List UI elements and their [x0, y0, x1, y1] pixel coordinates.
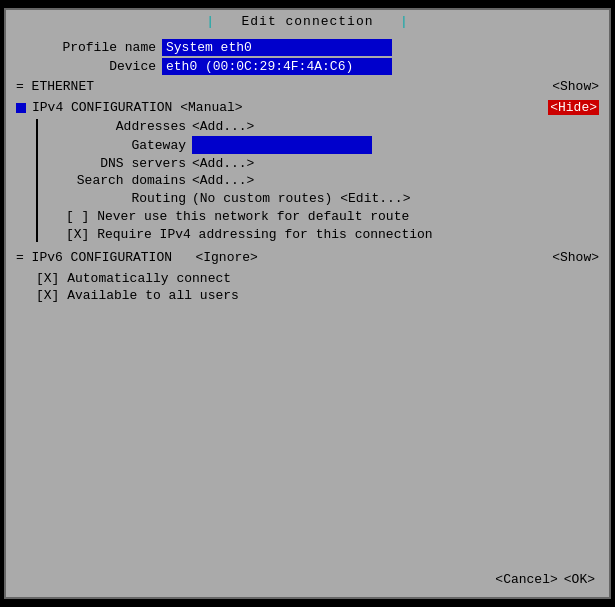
ethernet-show-button[interactable]: <Show> [552, 79, 599, 94]
auto-connect-checkbox[interactable]: [X] Automatically connect [36, 271, 599, 286]
ipv4-hide-button[interactable]: <Hide> [548, 100, 599, 115]
routing-row: Routing (No custom routes) <Edit...> [46, 191, 599, 206]
gateway-row: Gateway [46, 136, 599, 154]
dns-servers-row: DNS servers <Add...> [46, 156, 599, 171]
addresses-label: Addresses [46, 119, 186, 134]
title-bar: | Edit connection | [6, 10, 609, 35]
ipv6-label-container: = IPv6 CONFIGURATION <Ignore> [16, 250, 258, 265]
device-value[interactable]: eth0 (00:0C:29:4F:4A:C6) [162, 58, 392, 75]
ipv6-section-header: = IPv6 CONFIGURATION <Ignore> <Show> [16, 250, 599, 265]
search-label: Search domains [46, 173, 186, 188]
cancel-button[interactable]: <Cancel> [495, 572, 557, 587]
addresses-row: Addresses <Add...> [46, 119, 599, 134]
profile-name-row: Profile name System eth0 [16, 39, 599, 56]
title-pipe-left: | [206, 14, 215, 29]
content-area: Profile name System eth0 Device eth0 (00… [6, 35, 609, 315]
search-value[interactable]: <Add...> [192, 173, 254, 188]
profile-name-value[interactable]: System eth0 [162, 39, 392, 56]
bottom-checkboxes: [X] Automatically connect [X] Available … [36, 271, 599, 303]
ipv4-section: IPv4 CONFIGURATION <Manual> <Hide> Addre… [16, 100, 599, 242]
ipv4-config-label: IPv4 CONFIGURATION [32, 100, 172, 115]
gateway-label: Gateway [46, 138, 186, 153]
device-row: Device eth0 (00:0C:29:4F:4A:C6) [16, 58, 599, 75]
ipv6-mode[interactable]: <Ignore> [195, 250, 257, 265]
ipv6-show-button[interactable]: <Show> [552, 250, 599, 265]
title-pipe-right: | [400, 14, 409, 29]
gateway-value[interactable] [192, 136, 372, 154]
dns-label: DNS servers [46, 156, 186, 171]
edit-connection-window: | Edit connection | Profile name System … [4, 8, 611, 599]
window-title: Edit connection [241, 14, 373, 29]
never-route-row[interactable]: [ ] Never use this network for default r… [66, 209, 599, 224]
ipv4-label-container: IPv4 CONFIGURATION <Manual> [16, 100, 243, 115]
device-label: Device [16, 59, 156, 74]
ipv4-fields: Addresses <Add...> Gateway DNS servers <… [36, 119, 599, 242]
ok-button[interactable]: <OK> [564, 572, 595, 587]
ipv4-header: IPv4 CONFIGURATION <Manual> <Hide> [16, 100, 599, 115]
search-domains-row: Search domains <Add...> [46, 173, 599, 188]
routing-label: Routing [46, 191, 186, 206]
require-ipv4-row[interactable]: [X] Require IPv4 addressing for this con… [66, 227, 599, 242]
addresses-value[interactable]: <Add...> [192, 119, 254, 134]
footer-buttons: <Cancel> <OK> [495, 572, 595, 587]
dns-value[interactable]: <Add...> [192, 156, 254, 171]
ipv4-mode[interactable]: <Manual> [180, 100, 242, 115]
ipv6-section: = IPv6 CONFIGURATION <Ignore> <Show> [16, 250, 599, 265]
ethernet-label: = ETHERNET [16, 79, 94, 94]
ipv6-config-label: = IPv6 CONFIGURATION [16, 250, 172, 265]
profile-name-label: Profile name [16, 40, 156, 55]
available-users-checkbox[interactable]: [X] Available to all users [36, 288, 599, 303]
routing-value[interactable]: (No custom routes) <Edit...> [192, 191, 410, 206]
ipv4-bullet-icon [16, 103, 26, 113]
ethernet-section-header: = ETHERNET <Show> [16, 79, 599, 94]
